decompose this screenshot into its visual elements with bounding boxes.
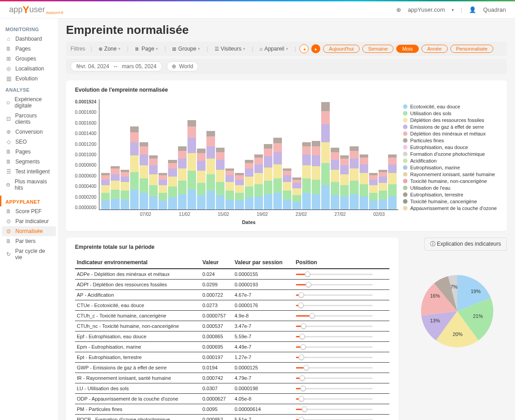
table-header: Valeur par session: [233, 257, 294, 269]
filter-groupe[interactable]: ⊞Groupe▾: [169, 45, 203, 53]
sidebar-item-par-tiers[interactable]: 🗎Par tiers: [0, 236, 58, 246]
pie-chart: 19%21%20%13%16%7%: [417, 271, 498, 352]
legend-item[interactable]: Particules fines: [403, 138, 498, 143]
nav-icon: 🗎: [5, 149, 12, 155]
chevron-down-icon: ▾: [243, 47, 245, 51]
page-title: Empreinte normalisée: [66, 23, 507, 37]
legend-item[interactable]: Utilisation de l'eau: [403, 185, 498, 191]
sidebar-item-seo[interactable]: ◇SEO: [0, 137, 58, 147]
region-select[interactable]: ⊕ World: [167, 61, 198, 71]
sidebar-item-par-cycle-de-vie[interactable]: ↻Par cycle de vie: [0, 246, 58, 262]
cell-name: ADPe - Déplétion des minéraux et métaux: [75, 269, 201, 280]
sidebar-item-normalisée[interactable]: ⊙Normalisée: [2, 226, 56, 236]
table-row: PM - Particules fines0.00950.00000614: [75, 404, 389, 415]
bar-column: [360, 154, 368, 210]
sidebar-item-expérience-digitale[interactable]: ☺Expérience digitale: [0, 94, 58, 111]
cell-vps: 0.00000614: [233, 404, 294, 415]
sidebar-item-conversion[interactable]: ⊛Conversion: [0, 127, 58, 137]
legend-item[interactable]: Rayonnement ionisant, santé humaine: [403, 172, 498, 177]
chevron-down-icon: ▾: [156, 47, 158, 51]
bar-column: [254, 154, 263, 210]
filter-appareil[interactable]: ⌂Appareil▾: [257, 45, 291, 53]
chart-title: Evolution de l'empreinte normalisée: [75, 87, 498, 93]
chevron-down-icon: ▾: [286, 47, 288, 51]
period-semaine[interactable]: Semaine: [362, 45, 393, 53]
filter-page[interactable]: 🗎Page▾: [132, 45, 161, 53]
sidebar-item-par-indicateur[interactable]: ⊙Par indicateur: [0, 216, 58, 226]
nav-icon: ◎: [5, 65, 12, 72]
legend-item[interactable]: Toxicité humaine, cancerigène: [403, 199, 498, 204]
prev-button[interactable]: ◂: [300, 44, 309, 53]
period-aujourd'hui[interactable]: Aujourd'hui: [323, 45, 360, 53]
filter-zone-label: Zone: [104, 46, 117, 52]
legend-dot: [403, 125, 407, 129]
sidebar-item-dashboard[interactable]: ⌂Dashboard: [0, 34, 58, 44]
legend-item[interactable]: Emissions de gaz à effet de serre: [403, 124, 498, 130]
user-icon: 👤: [469, 6, 476, 13]
bar-column: [292, 177, 301, 210]
x-axis: 07/0211/0215/0219/0223/0227/0202/03: [99, 212, 398, 217]
legend-label: Ecotoxicité, eau douce: [410, 104, 460, 109]
legend-item[interactable]: Acidification: [403, 158, 498, 163]
nav-label: Groupes: [15, 56, 36, 62]
legend-label: Eutrophisation, terrestre: [410, 192, 463, 197]
legend-dot: [403, 145, 407, 149]
nav-label: Plus mauvais hits: [15, 178, 52, 191]
table-row: IR - Rayonnement ionisant, santé humaine…: [75, 373, 389, 383]
visitors-icon: ☰: [215, 46, 219, 52]
arrow-icon: ↔: [113, 63, 118, 70]
legend-item[interactable]: Déplétion des ressources fossiles: [403, 117, 498, 123]
filter-zone[interactable]: ⊕Zone▾: [96, 45, 123, 53]
legend-item[interactable]: Eutrophisation, eau douce: [403, 145, 498, 150]
chart-legend: Ecotoxicité, eau douceUtilisation des so…: [403, 99, 498, 225]
legend-item[interactable]: Toxicité humaine, non-cancerigène: [403, 178, 498, 184]
username[interactable]: Quadran: [483, 6, 506, 13]
legend-item[interactable]: Ecotoxicité, eau douce: [403, 104, 498, 109]
legend-item[interactable]: Appauvrissement de la couche d'ozone: [403, 205, 498, 211]
table-row: CTUh_c - Toxicité humaine, cancerigène0.…: [75, 311, 389, 321]
table-header: Indicateur environnemental: [75, 257, 201, 269]
period-personnalisée[interactable]: Personnalisée: [450, 45, 494, 53]
nav-label: Conversion: [15, 129, 43, 135]
period-année[interactable]: Année: [421, 45, 448, 53]
cell-position: [294, 300, 389, 311]
date-range[interactable]: févr. 04, 2024 ↔ mars 05, 2024: [70, 61, 162, 71]
explain-indicators-button[interactable]: ⓘ Explication des indicateurs: [424, 238, 507, 251]
sidebar-item-localisation[interactable]: ◎Localisation: [0, 64, 58, 74]
filter-visiteurs[interactable]: ☰Visiteurs▾: [212, 45, 248, 53]
legend-item[interactable]: Eutrophisation, terrestre: [403, 192, 498, 197]
cell-vps: 0.0000155: [233, 269, 294, 280]
sidebar-item-pages[interactable]: 🗎Pages: [0, 44, 58, 54]
sidebar-item-plus-mauvais-hits[interactable]: ⊖Plus mauvais hits: [0, 177, 58, 193]
legend-dot: [403, 131, 407, 136]
sidebar-item-evolution[interactable]: ▥Evolution: [0, 74, 58, 84]
legend-item[interactable]: Utilisation des sols: [403, 111, 498, 116]
topbar: appYuser INSIGHT® ⊕ appYuser.com ▾ | 👤 Q…: [0, 1, 515, 19]
indicators-table: Indicateur environnementalValeurValeur p…: [75, 257, 389, 420]
page-icon: 🗎: [135, 46, 140, 51]
legend-dot: [403, 186, 407, 190]
sidebar-section-analyse: ANALYSE: [0, 84, 58, 94]
legend-item[interactable]: Eutrophisation, marine: [403, 165, 498, 170]
legend-item[interactable]: Déplétion des minéraux et métaux: [403, 131, 498, 136]
bar-column: [197, 149, 206, 210]
period-mois[interactable]: Mois: [396, 45, 418, 53]
cell-position: [294, 331, 389, 342]
cell-value: 0.0273: [201, 300, 233, 311]
sidebar-item-pages[interactable]: 🗎Pages: [0, 147, 58, 157]
next-button[interactable]: ▸: [311, 44, 320, 53]
nav-label: Segments: [15, 159, 40, 165]
site-link[interactable]: appYuser.com: [408, 6, 445, 13]
pie-label: 21%: [473, 313, 483, 319]
sidebar-item-parcours-clients[interactable]: ⊡Parcours clients: [0, 111, 58, 127]
sidebar-item-groupes[interactable]: ⊞Groupes: [0, 54, 58, 64]
nav-icon: ⊙: [5, 218, 12, 224]
filter-appareil-label: Appareil: [264, 46, 284, 52]
sidebar-item-segments[interactable]: 🗎Segments: [0, 157, 58, 167]
sidebar-item-test-intelligent[interactable]: ☰Test intelligent: [0, 167, 58, 177]
nav-label: Test intelligent: [15, 168, 50, 175]
nav-icon: 🗎: [5, 238, 12, 244]
bar-column: [264, 144, 272, 210]
legend-item[interactable]: Formation d'ozone photochimique: [403, 151, 498, 157]
sidebar-item-score-pef[interactable]: 🗎Score PEF: [0, 206, 58, 216]
